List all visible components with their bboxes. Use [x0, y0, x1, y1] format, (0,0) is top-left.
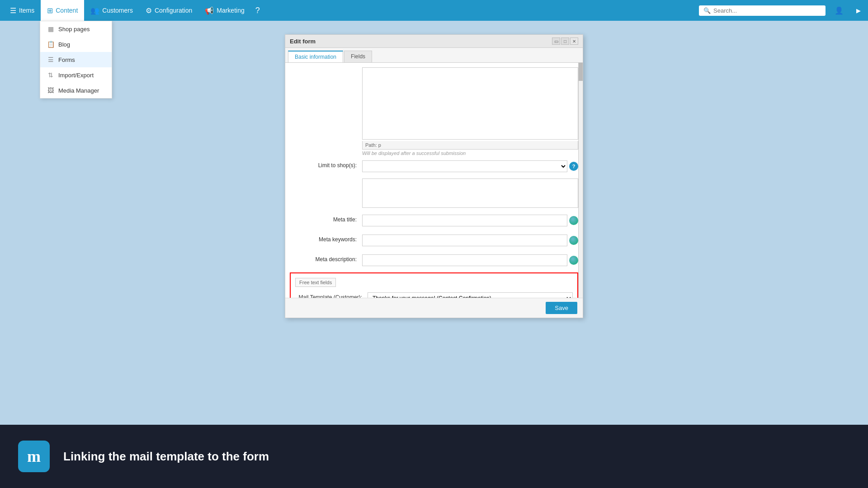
blog-icon: 📋	[47, 40, 55, 48]
dialog-maximize-btn[interactable]: □	[561, 38, 569, 45]
meta-keywords-row: Meta keywords:	[290, 233, 578, 248]
mail-template-select[interactable]: Thanks for your message! (Contact Confir…	[368, 292, 573, 298]
top-nav: ☰ Items ⊞ Content 👥 Customers ⚙ Configur…	[0, 0, 868, 21]
meta-title-input-select	[362, 215, 578, 226]
cart-icon[interactable]: ▶	[853, 7, 864, 14]
items-icon: ☰	[10, 6, 16, 15]
limit-to-shops-label: Limit to shop(s):	[290, 160, 362, 169]
meta-keywords-select-wrapper	[362, 235, 578, 246]
nav-content-label: Content	[56, 7, 78, 14]
tabs-bar: Basic information Fields	[285, 48, 583, 63]
tab-fields[interactable]: Fields	[344, 51, 372, 62]
mail-template-label: Mail Template (Customer):	[295, 292, 368, 298]
nav-items-label: Items	[19, 7, 34, 14]
meta-title-input[interactable]	[362, 215, 567, 226]
forms-icon: ☰	[47, 56, 55, 64]
limit-to-shops-select-wrapper: ?	[362, 160, 578, 172]
form-body: Path: p Will be displayed after a succes…	[285, 63, 583, 298]
meta-keywords-input-wrapper	[362, 235, 578, 246]
nav-marketing[interactable]: 📢 Marketing	[198, 0, 250, 21]
dropdown-media-manager[interactable]: 🖼 Media Manager	[40, 83, 112, 98]
mail-template-select-wrapper: Thanks for your message! (Contact Confir…	[368, 292, 573, 298]
customers-icon: 👥	[90, 6, 99, 15]
help-icon[interactable]: ?	[251, 6, 264, 15]
bottom-logo-letter: m	[27, 447, 41, 466]
search-bar: 🔍	[699, 5, 826, 16]
nav-marketing-label: Marketing	[217, 7, 244, 14]
free-text-legend: Free text fields	[299, 280, 332, 285]
meta-description-row: Meta description:	[290, 253, 578, 268]
free-text-section: Free text fields Mail Template (Customer…	[290, 272, 578, 298]
dialog-controls: ▭ □ ✕	[552, 38, 578, 45]
bottom-logo: m	[18, 441, 50, 472]
extra-textarea-row	[290, 178, 578, 209]
config-icon: ⚙	[146, 6, 152, 15]
meta-keywords-input[interactable]	[362, 235, 567, 246]
dialog-titlebar: Edit form ▭ □ ✕	[285, 35, 583, 48]
limit-shops-help[interactable]: ?	[569, 162, 578, 171]
nav-customers[interactable]: 👥 Customers	[84, 0, 139, 21]
save-button[interactable]: Save	[546, 302, 577, 314]
import-export-icon: ⇅	[47, 71, 55, 79]
blog-label: Blog	[58, 41, 70, 48]
search-input[interactable]	[713, 7, 821, 14]
nav-configuration[interactable]: ⚙ Configuration	[139, 0, 198, 21]
content-icon: ⊞	[47, 6, 53, 15]
extra-textarea[interactable]	[362, 178, 578, 208]
edit-form-dialog: Edit form ▭ □ ✕ Basic information Fields…	[285, 34, 583, 318]
search-icon: 🔍	[703, 7, 711, 14]
bottom-text: Linking the mail template to the form	[63, 450, 269, 464]
main-content: Edit form ▭ □ ✕ Basic information Fields…	[0, 21, 868, 327]
nav-customers-label: Customers	[102, 7, 133, 14]
limit-to-shops-row: Limit to shop(s): ?	[290, 159, 578, 174]
scrollbar-track[interactable]	[578, 63, 583, 298]
content-editor[interactable]	[362, 67, 578, 140]
dialog-minimize-btn[interactable]: ▭	[552, 38, 560, 45]
limit-to-shops-input-wrapper: ?	[362, 160, 578, 172]
scrollbar-thumb[interactable]	[579, 63, 583, 81]
mail-template-input-wrapper: Thanks for your message! (Contact Confir…	[368, 292, 573, 298]
media-manager-label: Media Manager	[58, 87, 99, 94]
dropdown-import-export[interactable]: ⇅ Import/Export	[40, 67, 112, 83]
shop-pages-icon: ▦	[47, 25, 55, 33]
dropdown-shop-pages[interactable]: ▦ Shop pages	[40, 21, 112, 37]
bottom-bar: m Linking the mail template to the form	[0, 425, 868, 488]
mail-template-row: Mail Template (Customer): Thanks for you…	[295, 291, 573, 298]
meta-title-row: Meta title:	[290, 213, 578, 228]
forms-label: Forms	[58, 56, 75, 63]
dialog-title: Edit form	[290, 38, 316, 45]
shop-pages-label: Shop pages	[58, 26, 90, 33]
meta-title-label: Meta title:	[290, 215, 362, 223]
path-bar: Path: p	[362, 141, 578, 150]
meta-keywords-label: Meta keywords:	[290, 235, 362, 243]
nav-items[interactable]: ☰ Items	[4, 0, 41, 21]
meta-title-input-wrapper	[362, 215, 578, 226]
meta-title-globe-icon[interactable]	[569, 216, 578, 225]
meta-description-input[interactable]	[362, 254, 567, 266]
dropdown-forms[interactable]: ☰ Forms	[40, 52, 112, 67]
dropdown-blog[interactable]: 📋 Blog	[40, 37, 112, 52]
limit-to-shops-select[interactable]	[362, 160, 567, 172]
tab-basic-information[interactable]: Basic information	[288, 51, 343, 62]
will-be-displayed-hint: Will be displayed after a successful sub…	[362, 150, 578, 156]
content-dropdown: ▦ Shop pages 📋 Blog ☰ Forms ⇅ Import/Exp…	[40, 21, 112, 99]
meta-description-input-wrapper	[362, 254, 578, 266]
media-manager-icon: 🖼	[47, 86, 55, 94]
nav-configuration-label: Configuration	[155, 7, 192, 14]
import-export-label: Import/Export	[58, 72, 94, 79]
meta-description-select-wrapper	[362, 254, 578, 266]
content-editor-row: Path: p Will be displayed after a succes…	[290, 67, 578, 156]
dialog-footer: Save	[285, 298, 583, 318]
user-icon[interactable]: 👤	[831, 6, 847, 15]
nav-content[interactable]: ⊞ Content	[41, 0, 84, 21]
dialog-close-btn[interactable]: ✕	[570, 38, 578, 45]
meta-description-globe-icon[interactable]	[569, 256, 578, 265]
marketing-icon: 📢	[205, 6, 214, 15]
meta-keywords-globe-icon[interactable]	[569, 236, 578, 245]
meta-description-label: Meta description:	[290, 254, 362, 263]
